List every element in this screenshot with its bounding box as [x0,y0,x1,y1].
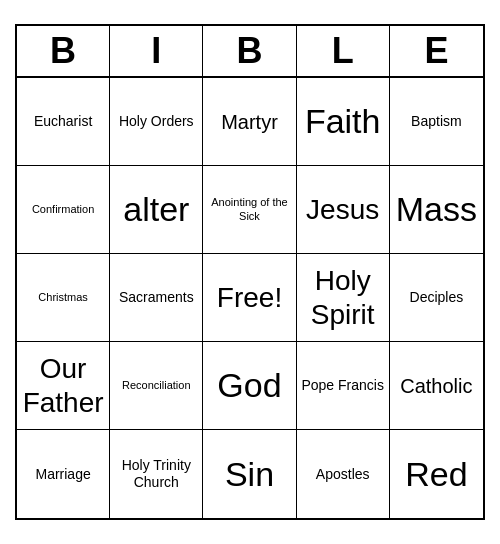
cell-0-3: Faith [297,78,390,166]
cell-text-2-1: Sacraments [119,289,194,306]
cell-3-4: Catholic [390,342,483,430]
cell-text-0-0: Eucharist [34,113,92,130]
cell-text-4-2: Sin [225,454,274,495]
cell-4-1: Holy Trinity Church [110,430,203,518]
cell-1-0: Confirmation [17,166,110,254]
cell-text-0-1: Holy Orders [119,113,194,130]
cell-4-4: Red [390,430,483,518]
cell-0-2: Martyr [203,78,296,166]
cell-text-1-1: alter [123,189,189,230]
cell-3-2: God [203,342,296,430]
cell-3-3: Pope Francis [297,342,390,430]
cell-3-0: Our Father [17,342,110,430]
cell-1-4: Mass [390,166,483,254]
cell-text-3-3: Pope Francis [301,377,383,394]
cell-4-3: Apostles [297,430,390,518]
cell-text-1-0: Confirmation [32,203,94,216]
cell-2-4: Deciples [390,254,483,342]
cell-text-4-1: Holy Trinity Church [114,457,198,491]
cell-0-0: Eucharist [17,78,110,166]
cell-0-1: Holy Orders [110,78,203,166]
cell-1-2: Anointing of the Sick [203,166,296,254]
cell-text-2-4: Deciples [410,289,464,306]
cell-text-3-4: Catholic [400,374,472,398]
cell-text-4-0: Marriage [35,466,90,483]
cell-text-4-4: Red [405,454,467,495]
bingo-header: BIBLE [17,26,483,78]
cell-0-4: Baptism [390,78,483,166]
header-letter-I-1: I [110,26,203,76]
cell-text-1-2: Anointing of the Sick [207,196,291,222]
cell-4-0: Marriage [17,430,110,518]
cell-text-0-4: Baptism [411,113,462,130]
cell-text-2-0: Christmas [38,291,88,304]
header-letter-L-3: L [297,26,390,76]
cell-3-1: Reconciliation [110,342,203,430]
cell-text-1-4: Mass [396,189,477,230]
header-letter-E-4: E [390,26,483,76]
cell-text-4-3: Apostles [316,466,370,483]
header-letter-B-0: B [17,26,110,76]
cell-text-2-3: Holy Spirit [301,264,385,331]
cell-2-1: Sacraments [110,254,203,342]
cell-2-2: Free! [203,254,296,342]
cell-2-3: Holy Spirit [297,254,390,342]
bingo-card: BIBLE EucharistHoly OrdersMartyrFaithBap… [15,24,485,520]
bingo-grid: EucharistHoly OrdersMartyrFaithBaptismCo… [17,78,483,518]
cell-text-3-2: God [217,365,281,406]
cell-text-1-3: Jesus [306,193,379,227]
cell-2-0: Christmas [17,254,110,342]
cell-text-3-1: Reconciliation [122,379,190,392]
cell-1-3: Jesus [297,166,390,254]
cell-1-1: alter [110,166,203,254]
cell-text-0-2: Martyr [221,110,278,134]
cell-text-3-0: Our Father [21,352,105,419]
cell-4-2: Sin [203,430,296,518]
cell-text-0-3: Faith [305,101,381,142]
header-letter-B-2: B [203,26,296,76]
cell-text-2-2: Free! [217,281,282,315]
